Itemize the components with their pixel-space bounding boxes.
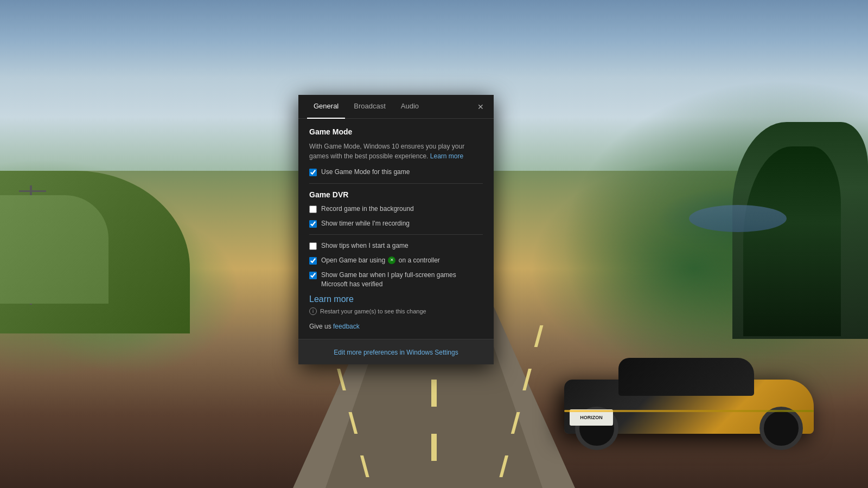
game-mode-learn-more-link[interactable]: Learn more <box>430 152 463 160</box>
record-background-row: Record game in the background <box>309 204 483 214</box>
show-game-bar-label: Show Game bar when I play full-screen ga… <box>321 271 483 289</box>
show-timer-checkbox[interactable] <box>309 220 317 228</box>
show-tips-label: Show tips when I start a game <box>321 241 409 251</box>
feedback-row: Give us feedback <box>309 323 483 330</box>
show-game-bar-row: Show Game bar when I play full-screen ga… <box>309 271 483 289</box>
misc-learn-more-link[interactable]: Learn more <box>309 294 354 304</box>
tab-bar: General Broadcast Audio ✕ <box>298 95 494 119</box>
tab-audio[interactable]: Audio <box>394 95 425 119</box>
right-trees-2 <box>743 146 841 336</box>
info-icon: i <box>309 307 317 315</box>
show-timer-label: Show timer while I'm recording <box>321 219 410 228</box>
use-game-mode-row: Use Game Mode for this game <box>309 168 483 177</box>
show-game-bar-checkbox[interactable] <box>309 272 317 279</box>
restart-info-row: i Restart your game(s) to see this chang… <box>309 307 483 315</box>
open-game-bar-row: Open Game bar using on a controller <box>309 256 483 265</box>
open-game-bar-label: Open Game bar using on a controller <box>321 256 440 265</box>
show-timer-row: Show timer while I'm recording <box>309 219 483 228</box>
dialog-content: Game Mode With Game Mode, Windows 10 ens… <box>298 119 494 339</box>
background-lake <box>689 205 787 232</box>
power-crossbar <box>19 190 46 192</box>
record-background-label: Record game in the background <box>321 204 414 214</box>
restart-label: Restart your game(s) to see this change <box>320 308 426 314</box>
dialog-footer: Edit more preferences in Windows Setting… <box>298 339 494 364</box>
record-background-checkbox[interactable] <box>309 206 317 213</box>
xbox-icon <box>388 256 395 264</box>
show-tips-checkbox[interactable] <box>309 242 317 250</box>
tab-broadcast[interactable]: Broadcast <box>347 95 392 119</box>
settings-dialog: General Broadcast Audio ✕ Game Mode With… <box>298 95 494 364</box>
left-hill-2 <box>0 195 108 304</box>
use-game-mode-checkbox[interactable] <box>309 169 317 176</box>
use-game-mode-label: Use Game Mode for this game <box>321 168 410 177</box>
open-game-bar-checkbox[interactable] <box>309 257 317 265</box>
game-mode-title: Game Mode <box>309 127 483 136</box>
car-silhouette: HORIZON <box>553 347 835 455</box>
close-button[interactable]: ✕ <box>474 100 487 113</box>
show-tips-row: Show tips when I start a game <box>309 241 483 251</box>
divider-2 <box>309 234 483 235</box>
game-mode-description: With Game Mode, Windows 10 ensures you p… <box>309 142 483 161</box>
feedback-link[interactable]: feedback <box>333 323 360 330</box>
divider-1 <box>309 183 483 184</box>
tab-general[interactable]: General <box>307 95 345 119</box>
game-dvr-title: Game DVR <box>309 190 483 199</box>
windows-settings-link[interactable]: Edit more preferences in Windows Setting… <box>334 349 458 356</box>
